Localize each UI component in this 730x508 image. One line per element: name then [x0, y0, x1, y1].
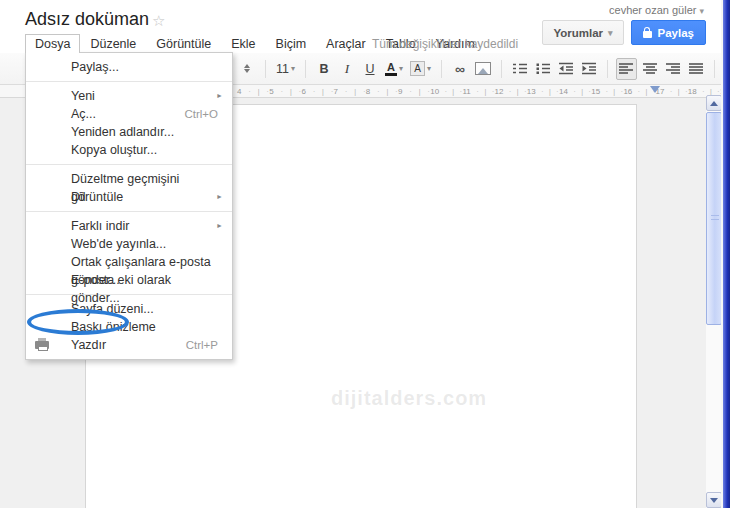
submenu-arrow-icon: ► — [216, 188, 223, 206]
align-left-icon[interactable] — [616, 58, 637, 80]
share-button[interactable]: Paylaş — [631, 20, 706, 45]
arrow-up-icon — [710, 101, 718, 106]
ruler-cell: 11·|· — [462, 85, 494, 97]
numbered-list-icon[interactable] — [510, 58, 530, 80]
file-menu-item[interactable]: Yeni► — [26, 87, 232, 105]
ruler-cell: 12·|· — [495, 85, 527, 97]
ruler-cell: 14·|· — [559, 85, 591, 97]
ruler-cell: 13·|· — [527, 85, 559, 97]
align-right-icon[interactable] — [663, 58, 683, 80]
toolbar-divider — [441, 60, 442, 78]
chevron-down-icon: ▾ — [608, 28, 613, 38]
file-menu-item[interactable]: E-posta eki olarak gönder... — [26, 271, 232, 289]
file-menu-item[interactable]: Düzeltme geçmişini görüntüle — [26, 170, 232, 188]
scrollbar-thumb[interactable] — [706, 112, 722, 325]
menu-separator — [26, 211, 232, 212]
ruler-cell: 8·|· — [366, 85, 398, 97]
menu-separator — [26, 164, 232, 165]
menubar-item-ekle[interactable]: Ekle — [221, 34, 265, 53]
file-menu-item[interactable]: Dil► — [26, 188, 232, 206]
file-menu-item-label: Yeniden adlandır... — [71, 125, 174, 139]
highlight-color-button[interactable]: A ▾ — [408, 58, 433, 80]
file-menu-item-label: Farklı indir — [71, 219, 129, 233]
italic-button[interactable]: I — [337, 58, 357, 80]
scroll-down-button[interactable] — [706, 492, 722, 508]
file-menu-item[interactable]: Web'de yayınla... — [26, 235, 232, 253]
chevron-down-icon: ▾ — [427, 64, 431, 73]
annotation-ellipse — [27, 309, 129, 335]
file-menu-item-label: Dil — [71, 190, 86, 204]
font-size-value: 11 — [276, 62, 289, 76]
outdent-icon[interactable] — [556, 58, 576, 80]
share-button-label: Paylaş — [658, 27, 694, 39]
chevron-down-icon: ▾ — [699, 6, 704, 16]
align-center-icon[interactable] — [640, 58, 660, 80]
bulleted-list-icon[interactable] — [533, 58, 553, 80]
star-icon[interactable]: ☆ — [152, 12, 165, 30]
text-color-icon: A — [387, 62, 395, 72]
comments-button[interactable]: Yorumlar ▾ — [542, 20, 623, 45]
menubar-item-görüntüle[interactable]: Görüntüle — [146, 34, 221, 53]
toolbar-divider — [607, 60, 608, 78]
toolbar-divider — [265, 60, 266, 78]
margin-marker-icon[interactable] — [650, 86, 660, 93]
chevron-down-icon: ▾ — [399, 64, 403, 73]
ruler-cell: 9·|· — [398, 85, 430, 97]
file-menu-item-label: Yeni — [71, 89, 95, 103]
insert-link-icon[interactable]: ∞ — [450, 58, 470, 80]
submenu-arrow-icon: ► — [216, 217, 223, 235]
ruler-cell: 15·|· — [591, 85, 623, 97]
menubar-item-araçlar[interactable]: Araçlar — [316, 34, 376, 53]
save-status: Tüm değişiklikler kaydedildi — [372, 37, 518, 51]
comments-button-label: Yorumlar — [553, 27, 603, 39]
thumb-grip-icon — [711, 215, 719, 220]
highlight-color-icon: A — [410, 61, 425, 76]
bold-button[interactable]: B — [314, 58, 334, 80]
printer-icon — [35, 341, 49, 349]
file-menu-item-label: Web'de yayınla... — [71, 237, 166, 251]
menubar-item-düzenle[interactable]: Düzenle — [80, 34, 146, 53]
vertical-scrollbar[interactable] — [706, 95, 722, 508]
file-menu-item-label: Paylaş... — [71, 60, 119, 74]
window-edge-border — [723, 0, 730, 508]
menu-separator — [26, 294, 232, 295]
ruler-cell: 17·|· — [656, 85, 688, 97]
ruler-cell: 10·|· — [430, 85, 462, 97]
ruler-cell: 6·|· — [301, 85, 333, 97]
scroll-up-button[interactable] — [706, 95, 722, 111]
menu-separator — [26, 81, 232, 82]
indent-icon[interactable] — [579, 58, 599, 80]
watermark-text: dijitalders.com — [331, 387, 487, 410]
underline-button[interactable]: U — [360, 58, 380, 80]
file-menu-item[interactable]: Kopya oluştur... — [26, 141, 232, 159]
google-docs-window: cevher ozan güler▾ Adsız doküman ☆ Yorum… — [0, 0, 730, 508]
font-size-dropdown[interactable]: 11 ▾ — [274, 58, 297, 80]
ruler-cell: 4·|· — [237, 85, 269, 97]
toolbar-divider — [714, 60, 715, 78]
account-menu[interactable]: cevher ozan güler▾ — [609, 4, 704, 16]
file-menu-item[interactable]: Ortak çalışanlara e-posta gönder... — [26, 253, 232, 271]
file-menu-item[interactable]: Aç...Ctrl+O — [26, 105, 232, 123]
ruler-cell: 7·|· — [334, 85, 366, 97]
menubar-item-biçim[interactable]: Biçim — [266, 34, 317, 53]
account-name: cevher ozan güler — [609, 4, 696, 16]
file-menu-item[interactable]: YazdırCtrl+P — [26, 336, 232, 354]
file-menu-item-label: Yazdır — [71, 338, 106, 352]
file-menu-item-label: Kopya oluştur... — [71, 143, 157, 157]
file-menu-item-label: Aç... — [71, 107, 96, 121]
chevron-down-icon: ▾ — [291, 64, 295, 73]
submenu-arrow-icon: ► — [216, 87, 223, 105]
lock-icon — [643, 31, 652, 38]
menubar-item-dosya[interactable]: Dosya — [25, 34, 80, 53]
insert-image-icon[interactable] — [473, 58, 493, 80]
toolbar-divider — [305, 60, 306, 78]
file-menu-item[interactable]: Paylaş... — [26, 58, 232, 76]
font-size-spinner-icon[interactable] — [237, 58, 257, 80]
justify-icon[interactable] — [686, 58, 706, 80]
file-menu-item[interactable]: Farklı indir► — [26, 217, 232, 235]
shortcut-label: Ctrl+O — [184, 105, 218, 123]
arrow-down-icon — [710, 498, 718, 503]
text-color-button[interactable]: A ▾ — [383, 58, 405, 80]
document-title[interactable]: Adsız doküman — [25, 9, 149, 30]
file-menu-item[interactable]: Yeniden adlandır... — [26, 123, 232, 141]
